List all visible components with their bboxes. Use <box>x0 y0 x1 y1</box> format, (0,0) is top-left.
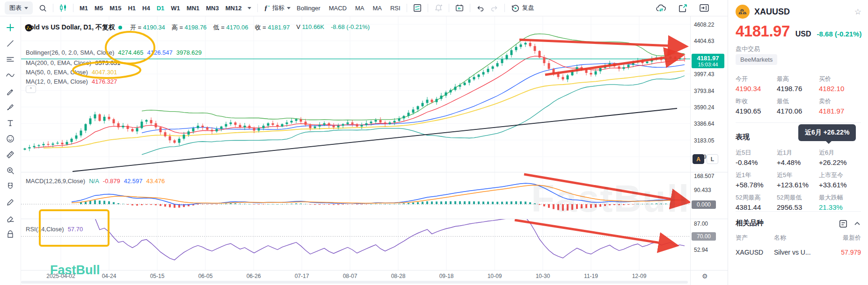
indicator-shortcut-ma-3[interactable]: MA <box>372 5 382 12</box>
redo-button[interactable] <box>490 4 498 12</box>
chart-area[interactable]: Gold vs US Dollar, D1, 不复权 开 = 4190.34高 … <box>21 16 690 285</box>
ohlc-label: 开 = <box>130 24 143 31</box>
share-button[interactable] <box>678 4 687 13</box>
legend-collapse-button[interactable]: ⌃ <box>26 86 36 93</box>
timeframe-w1[interactable]: W1 <box>171 5 180 12</box>
search-icon <box>39 4 47 12</box>
ohlc-pair-2: 低 = 4170.06 <box>213 23 248 32</box>
rsi-level-badge: 70.00 <box>692 232 716 241</box>
pen-tool-button[interactable] <box>4 86 17 96</box>
chevron-up-icon[interactable] <box>854 221 861 227</box>
ma50-legend[interactable]: MA(50, 0, EMA, Close) 4047.301 <box>26 69 117 76</box>
edit-tool-button[interactable] <box>4 198 17 207</box>
pane-divider <box>21 270 728 271</box>
search-button[interactable] <box>39 4 47 12</box>
timeframe-m15[interactable]: M15 <box>109 5 121 12</box>
stat-3: 昨收4190.65 <box>736 97 777 115</box>
log-scale-button[interactable]: L <box>707 154 718 164</box>
indicators-button[interactable]: ƒ+ 指标 <box>264 4 291 12</box>
ma12-legend[interactable]: MA(12, 0, EMA, Close) 4176.327 <box>26 78 117 85</box>
perf-value: -0.84% <box>736 158 777 166</box>
divider <box>736 122 861 123</box>
indicator-shortcut-rsi-4[interactable]: RSI <box>390 5 401 12</box>
news-list-icon[interactable] <box>839 220 847 228</box>
timeframe-d1[interactable]: D1 <box>157 5 165 12</box>
stat-value: 4198.76 <box>777 85 819 93</box>
timeframe-mn12[interactable]: MN12 <box>226 5 242 12</box>
related-row[interactable]: XAGUSDSilver vs U...57.979 <box>736 249 861 256</box>
indicator-shortcut-bollinger-0[interactable]: Bollinger <box>297 5 321 12</box>
chart-type-button[interactable] <box>59 4 67 12</box>
brush-tool-button[interactable] <box>4 102 17 112</box>
chart-settings-gear-icon[interactable]: ⚙ <box>702 272 708 280</box>
ruler-tool-button[interactable] <box>4 150 17 159</box>
magnet-tool-button[interactable] <box>4 182 17 191</box>
undo-button[interactable] <box>476 4 484 12</box>
perf-value: 21.33% <box>819 203 861 211</box>
date-label: 08-07 <box>343 273 357 279</box>
macd-legend[interactable]: MACD(12,26,9,Close) N/A -0.879 42.597 43… <box>26 178 165 185</box>
calendar-button[interactable] <box>455 4 464 12</box>
time-axis[interactable]: 2025-04-0204-2405-1506-0506-2607-1708-07… <box>21 270 690 285</box>
indicator-shortcut-ma-2[interactable]: MA <box>355 5 365 12</box>
indicator-shortcut-macd-1[interactable]: MACD <box>329 5 347 12</box>
pane-divider[interactable] <box>21 172 728 172</box>
date-label: 05-15 <box>150 273 165 279</box>
zoom-in-tool-button[interactable] <box>4 166 17 175</box>
chart-menu-button[interactable]: 图表 <box>5 1 33 14</box>
bollinger-legend[interactable]: Bollinger(26, 0, 2.0, SMA, Close) 4274.4… <box>26 49 202 56</box>
timeframe-mn1[interactable]: MN1 <box>187 5 199 12</box>
text-tool-button[interactable] <box>4 118 17 128</box>
timeframe-h4[interactable]: H4 <box>142 5 150 12</box>
cloud-sync-button[interactable] <box>656 4 666 13</box>
alert-button[interactable] <box>434 4 443 12</box>
replay-icon <box>511 4 520 13</box>
collapse-panel-button[interactable] <box>700 4 709 12</box>
ohlc-value: 110.66K <box>302 23 324 30</box>
drawing-tools-rail <box>0 16 21 285</box>
horizontal-line-icon <box>6 55 15 64</box>
price-pane[interactable] <box>21 16 690 172</box>
stat-value: 4181.97 <box>819 107 861 115</box>
broker-chip[interactable]: BeeMarkets <box>736 54 777 65</box>
rsi-legend[interactable]: RSI(14,Close) 57.70 <box>26 226 83 233</box>
divider <box>407 4 407 12</box>
timeframe-mn3[interactable]: MN3 <box>206 5 219 12</box>
date-label: 12-09 <box>632 273 647 279</box>
replay-button[interactable]: 复盘 <box>511 4 534 13</box>
perf-value: +33.61% <box>819 181 861 189</box>
ohlc-label: 收 = <box>255 24 268 31</box>
ohlc-value: 4190.34 <box>143 24 165 31</box>
date-label: 10-30 <box>536 273 550 279</box>
pane-divider[interactable] <box>21 219 728 219</box>
related-header: 最新价 <box>830 234 861 242</box>
timeframe-more-chevron-icon[interactable] <box>248 7 251 9</box>
timeframe-m1[interactable]: M1 <box>80 5 88 12</box>
last-price-badge: 4181.97 15:03:44 <box>692 54 724 68</box>
perf-value: +58.78% <box>736 181 777 189</box>
lock-tool-button[interactable] <box>4 229 17 239</box>
trend-line-tool-button[interactable] <box>4 39 17 48</box>
eraser-tool-button[interactable] <box>4 214 17 223</box>
wave-icon <box>6 71 15 80</box>
stat-5: 卖价4181.97 <box>819 97 861 115</box>
favorite-star-icon[interactable]: ☆ <box>854 7 861 17</box>
auto-scale-button[interactable]: A <box>693 154 704 164</box>
crosshair-tool-button[interactable] <box>4 23 17 32</box>
perf-2: 近6月+26.22% <box>819 149 861 166</box>
related-price: 57.979 <box>830 249 861 256</box>
wave-tool-button[interactable] <box>4 71 17 80</box>
trading-app: 图表 M1M5M15H1H4D1W1MN1MN3MN12 ƒ+ 指标 B <box>0 0 868 285</box>
layout-button[interactable] <box>413 4 422 12</box>
emoji-tool-button[interactable] <box>4 134 17 143</box>
timeframe-h1[interactable]: H1 <box>128 5 136 12</box>
timeframe-m5[interactable]: M5 <box>95 5 103 12</box>
market-status-dot-icon <box>118 26 122 29</box>
ma200-legend[interactable]: MA(200, 0, EMA, Close) 3573.631 <box>26 59 120 66</box>
price-scale[interactable]: 4181.97 15:03:44 A L 0.000 70.00 ⚙ 4608.… <box>690 16 728 285</box>
function-icon: ƒ+ <box>264 4 270 12</box>
perf-value: +4.48% <box>777 158 819 166</box>
date-label: 06-26 <box>247 273 261 279</box>
horizontal-line-tool-button[interactable] <box>4 55 17 64</box>
perf-value: +123.61% <box>777 181 819 189</box>
